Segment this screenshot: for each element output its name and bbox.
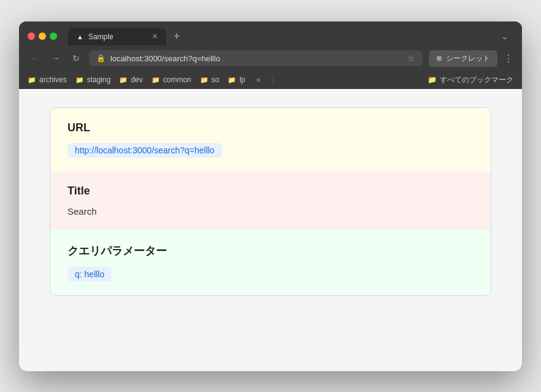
url-section: URL http://localhost:3000/search?q=helll… xyxy=(50,108,491,171)
bookmark-archives[interactable]: 📁 archives xyxy=(28,75,67,84)
bookmark-label: so xyxy=(212,75,220,84)
query-section-label: クエリパラメーター xyxy=(67,244,474,258)
back-button[interactable]: ← xyxy=(28,52,42,64)
menu-button[interactable]: ⋮ xyxy=(504,53,513,64)
bookmarks-more-button[interactable]: » xyxy=(256,75,261,84)
folder-icon: 📁 xyxy=(75,76,84,84)
folder-icon: 📁 xyxy=(152,76,160,84)
folder-icon: 📁 xyxy=(28,76,36,84)
tab-area: ▲ Sample ✕ + xyxy=(68,28,491,45)
url-section-label: URL xyxy=(67,121,474,134)
all-bookmarks-label: すべてのブックマーク xyxy=(440,75,513,85)
incognito-icon: ⊗ xyxy=(436,54,442,63)
title-section-label: Title xyxy=(67,185,474,198)
bookmark-staging[interactable]: 📁 staging xyxy=(75,75,111,84)
title-section: Title Search xyxy=(50,171,491,230)
bookmark-label: lp xyxy=(239,75,245,84)
all-bookmarks-button[interactable]: 📁 すべてのブックマーク xyxy=(428,75,513,85)
bookmark-label: staging xyxy=(87,75,111,84)
folder-icon: 📁 xyxy=(119,76,128,84)
bookmark-label: archives xyxy=(39,75,67,84)
incognito-label: シークレット xyxy=(446,53,490,64)
bookmarks-divider: | xyxy=(271,75,273,84)
folder-icon: 📁 xyxy=(200,76,209,84)
title-bar: ▲ Sample ✕ + ⌄ xyxy=(19,21,522,45)
tab-favicon: ▲ xyxy=(77,33,83,40)
new-tab-button[interactable]: + xyxy=(169,28,185,45)
maximize-button[interactable] xyxy=(50,33,57,40)
active-tab[interactable]: ▲ Sample ✕ xyxy=(68,28,166,45)
minimize-button[interactable] xyxy=(39,33,46,40)
bookmark-common[interactable]: 📁 common xyxy=(152,75,191,84)
reload-button[interactable]: ↻ xyxy=(69,52,83,64)
forward-button[interactable]: → xyxy=(48,52,63,64)
bookmark-star-icon[interactable]: ☆ xyxy=(407,53,415,63)
url-value-chip[interactable]: http://localhost:3000/search?q=helllo xyxy=(67,143,222,158)
close-button[interactable] xyxy=(28,33,35,40)
bookmark-dev[interactable]: 📁 dev xyxy=(119,75,142,84)
bookmark-label: dev xyxy=(131,75,142,84)
incognito-button[interactable]: ⊗ シークレット xyxy=(429,50,497,67)
nav-bar: ← → ↻ 🔒 localhost:3000/search?q=helllo ☆… xyxy=(19,45,522,72)
query-value-chip: q: helllo xyxy=(67,267,112,282)
bookmark-so[interactable]: 📁 so xyxy=(200,75,220,84)
tab-close-button[interactable]: ✕ xyxy=(152,33,158,40)
folder-icon: 📁 xyxy=(428,75,437,84)
bookmarks-bar: 📁 archives 📁 staging 📁 dev 📁 common 📁 so… xyxy=(19,72,522,89)
address-bar[interactable]: 🔒 localhost:3000/search?q=helllo ☆ xyxy=(89,50,423,66)
tab-title: Sample xyxy=(88,33,113,41)
title-value: Search xyxy=(67,206,474,217)
traffic-lights xyxy=(28,33,57,40)
page-content: URL http://localhost:3000/search?q=helll… xyxy=(19,89,522,371)
address-text: localhost:3000/search?q=helllo xyxy=(110,54,402,63)
tab-expand-button[interactable]: ⌄ xyxy=(496,29,513,44)
bookmark-lp[interactable]: 📁 lp xyxy=(228,75,245,84)
browser-window: ▲ Sample ✕ + ⌄ ← → ↻ 🔒 localhost:3000/se… xyxy=(19,21,522,371)
lock-icon: 🔒 xyxy=(96,54,106,63)
query-section: クエリパラメーター q: helllo xyxy=(50,230,491,295)
content-card: URL http://localhost:3000/search?q=helll… xyxy=(50,107,491,296)
bookmark-label: common xyxy=(163,75,191,84)
folder-icon: 📁 xyxy=(228,76,236,84)
